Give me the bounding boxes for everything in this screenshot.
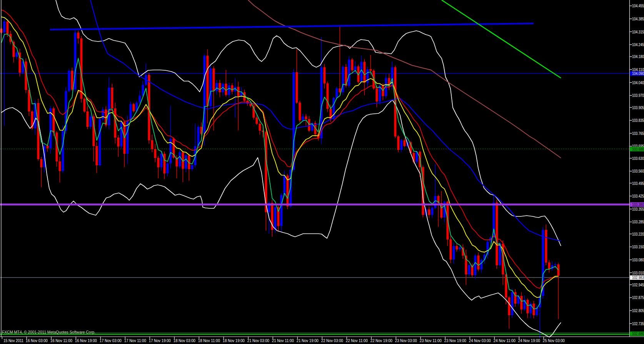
svg-text:FXCM MT4, © 2001-2011 MetaQuot: FXCM MT4, © 2001-2011 MetaQuotes Softwar… [2,330,95,334]
svg-text:16 Nov 11:00: 16 Nov 11:00 [50,338,72,343]
svg-text:103.425: 103.425 [632,194,644,198]
svg-text:103.150: 103.150 [632,244,644,249]
svg-text:104.455: 104.455 [632,3,644,8]
svg-text:103.380: 103.380 [632,202,644,207]
svg-text:104.385: 104.385 [632,17,644,21]
svg-text:103.010: 103.010 [632,271,644,275]
svg-text:25 Nov 03:00: 25 Nov 03:00 [543,338,565,343]
svg-text:102.983: 102.983 [632,275,644,280]
svg-text:102.735: 102.735 [632,321,644,326]
svg-text:22 Nov 03:00: 22 Nov 03:00 [321,338,343,343]
svg-text:103.560: 103.560 [632,169,644,173]
svg-text:104.180: 104.180 [632,54,644,59]
svg-text:103.220: 103.220 [632,232,644,236]
svg-text:17 Nov 19:00: 17 Nov 19:00 [149,338,171,343]
svg-text:15 Nov 2011: 15 Nov 2011 [3,338,23,343]
svg-text:22 Nov 19:00: 22 Nov 19:00 [370,338,392,343]
svg-text:103.905: 103.905 [632,105,644,110]
svg-text:103.630: 103.630 [632,156,644,161]
svg-text:102.805: 102.805 [632,308,644,313]
svg-text:16 Nov 03:00: 16 Nov 03:00 [26,338,48,343]
svg-text:103.970: 103.970 [632,93,644,98]
svg-text:23 Nov 03:00: 23 Nov 03:00 [395,338,417,343]
svg-text:24 Nov 03:00: 24 Nov 03:00 [469,338,491,343]
svg-text:21 Nov 11:00: 21 Nov 11:00 [272,338,294,343]
svg-text:24 Nov 19:00: 24 Nov 19:00 [518,338,540,343]
svg-text:103.355: 103.355 [632,207,644,211]
svg-text:102.680: 102.680 [632,331,644,336]
svg-text:23 Nov 11:00: 23 Nov 11:00 [420,338,442,343]
svg-text:103.680: 103.680 [632,147,644,151]
svg-text:104.040: 104.040 [632,80,644,85]
svg-text:16 Nov 19:00: 16 Nov 19:00 [75,338,97,343]
svg-text:17 Nov 11:00: 17 Nov 11:00 [124,338,146,343]
svg-text:17 Nov 03:00: 17 Nov 03:00 [100,338,122,343]
svg-text:23 Nov 19:00: 23 Nov 19:00 [444,338,466,343]
svg-text:103.285: 103.285 [632,219,644,224]
svg-text:104.090: 104.090 [632,71,644,76]
svg-text:22 Nov 11:00: 22 Nov 11:00 [346,338,368,343]
svg-text:103.080: 103.080 [632,258,644,262]
svg-text:104.315: 104.315 [632,30,644,34]
svg-text:24 Nov 11:00: 24 Nov 11:00 [494,338,516,343]
svg-text:102.875: 102.875 [632,295,644,300]
svg-text:18 Nov 19:00: 18 Nov 19:00 [223,338,245,343]
svg-text:102.945: 102.945 [632,283,644,287]
svg-text:103.835: 103.835 [632,118,644,123]
svg-text:21 Nov 03:00: 21 Nov 03:00 [247,338,269,343]
svg-text:18 Nov 11:00: 18 Nov 11:00 [198,338,220,343]
svg-text:104.245: 104.245 [632,42,644,47]
svg-text:103.765: 103.765 [632,131,644,136]
svg-text:18 Nov 03:00: 18 Nov 03:00 [174,338,195,343]
svg-text:103.495: 103.495 [632,181,644,186]
svg-text:21 Nov 19:00: 21 Nov 19:00 [297,338,319,343]
